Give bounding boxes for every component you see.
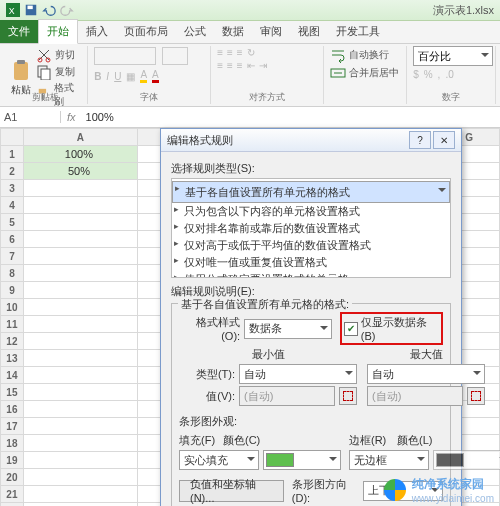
bold-button[interactable]: B <box>94 71 101 82</box>
rule-type-item[interactable]: 只为包含以下内容的单元格设置格式 <box>172 203 450 220</box>
select-all[interactable] <box>1 129 24 146</box>
align-right-icon[interactable]: ≡ <box>237 60 243 71</box>
wrap-text-button[interactable]: 自动换行 <box>330 47 400 63</box>
max-value-input[interactable]: (自动) <box>367 386 463 406</box>
row-header[interactable]: 13 <box>1 350 24 367</box>
cell-A1[interactable]: 100% <box>23 146 137 163</box>
redo-icon[interactable] <box>60 3 74 17</box>
font-size-box[interactable] <box>162 47 188 65</box>
type-label: 类型(T): <box>179 367 235 382</box>
currency-icon[interactable]: $ <box>413 69 419 80</box>
rule-type-item[interactable]: 使用公式确定要设置格式的单元格 <box>172 271 450 278</box>
range-picker-icon[interactable] <box>467 387 485 405</box>
document-title: 演示表1.xlsx <box>433 3 494 18</box>
align-mid-icon[interactable]: ≡ <box>227 47 233 58</box>
percent-icon[interactable]: % <box>424 69 433 80</box>
row-header[interactable]: 8 <box>1 265 24 282</box>
merge-center-button[interactable]: 合并后居中 <box>330 65 400 81</box>
rule-type-item[interactable]: 基于各自值设置所有单元格的格式 <box>172 181 450 203</box>
fx-icon[interactable]: fx <box>61 111 82 123</box>
row-header[interactable]: 16 <box>1 401 24 418</box>
comma-icon[interactable]: , <box>438 69 441 80</box>
row-header[interactable]: 2 <box>1 163 24 180</box>
row-header[interactable]: 21 <box>1 486 24 503</box>
help-button[interactable]: ? <box>409 131 431 149</box>
row-header[interactable]: 18 <box>1 435 24 452</box>
range-picker-icon[interactable] <box>339 387 357 405</box>
min-type-select[interactable]: 自动 <box>239 364 357 384</box>
row-header[interactable]: 17 <box>1 418 24 435</box>
svg-rect-5 <box>17 60 25 64</box>
min-header: 最小值 <box>179 347 357 362</box>
max-type-select[interactable]: 自动 <box>367 364 485 384</box>
row-header[interactable]: 9 <box>1 282 24 299</box>
tab-file[interactable]: 文件 <box>0 20 38 43</box>
row-header[interactable]: 15 <box>1 384 24 401</box>
row-header[interactable]: 6 <box>1 231 24 248</box>
value-label: 值(V): <box>179 389 235 404</box>
formula-value[interactable]: 100% <box>82 111 118 123</box>
select-rule-type-label: 选择规则类型(S): <box>171 161 451 176</box>
bar-direction-label: 条形图方向(D): <box>292 477 359 504</box>
align-bot-icon[interactable]: ≡ <box>237 47 243 58</box>
rule-type-item[interactable]: 仅对唯一值或重复值设置格式 <box>172 254 450 271</box>
tab-formulas[interactable]: 公式 <box>176 20 214 43</box>
tab-layout[interactable]: 页面布局 <box>116 20 176 43</box>
inc-decimal-icon[interactable]: .0 <box>445 69 453 80</box>
align-top-icon[interactable]: ≡ <box>217 47 223 58</box>
cell-A2[interactable]: 50% <box>23 163 137 180</box>
fill-color-swatch <box>266 453 294 467</box>
align-left-icon[interactable]: ≡ <box>217 60 223 71</box>
col-header-A[interactable]: A <box>23 129 137 146</box>
name-box[interactable]: A1 <box>0 111 61 123</box>
row-header[interactable]: 3 <box>1 180 24 197</box>
fill-color-button[interactable]: A <box>140 69 147 83</box>
format-style-select[interactable]: 数据条 <box>244 319 332 339</box>
tab-data[interactable]: 数据 <box>214 20 252 43</box>
show-bar-only-checkbox[interactable]: ✔ <box>344 322 358 336</box>
undo-icon[interactable] <box>42 3 56 17</box>
copy-button[interactable]: 复制 <box>36 64 81 80</box>
rule-type-list[interactable]: 基于各自值设置所有单元格的格式 只为包含以下内容的单元格设置格式 仅对排名靠前或… <box>171 178 451 278</box>
indent-inc-icon[interactable]: ⇥ <box>259 60 267 71</box>
number-group-label: 数字 <box>407 91 495 104</box>
row-header[interactable]: 22 <box>1 503 24 507</box>
rule-type-item[interactable]: 仅对排名靠前或靠后的数值设置格式 <box>172 220 450 237</box>
cut-button[interactable]: 剪切 <box>36 47 81 63</box>
excel-icon: X <box>6 3 20 17</box>
row-header[interactable]: 14 <box>1 367 24 384</box>
font-name-box[interactable] <box>94 47 156 65</box>
row-header[interactable]: 4 <box>1 197 24 214</box>
rule-type-item[interactable]: 仅对高于或低于平均值的数值设置格式 <box>172 237 450 254</box>
tab-home[interactable]: 开始 <box>38 19 78 44</box>
border-button[interactable]: ▦ <box>126 71 135 82</box>
row-header[interactable]: 7 <box>1 248 24 265</box>
row-header[interactable]: 19 <box>1 452 24 469</box>
row-header[interactable]: 5 <box>1 214 24 231</box>
svg-text:X: X <box>9 6 15 16</box>
row-header[interactable]: 20 <box>1 469 24 486</box>
tab-dev[interactable]: 开发工具 <box>328 20 388 43</box>
fill-select[interactable]: 实心填充 <box>179 450 259 470</box>
underline-button[interactable]: U <box>114 71 121 82</box>
align-center-icon[interactable]: ≡ <box>227 60 233 71</box>
save-icon[interactable] <box>24 3 38 17</box>
row-header[interactable]: 1 <box>1 146 24 163</box>
row-header[interactable]: 12 <box>1 333 24 350</box>
border-color-select[interactable] <box>433 450 500 470</box>
row-header[interactable]: 10 <box>1 299 24 316</box>
border-select[interactable]: 无边框 <box>349 450 429 470</box>
row-header[interactable]: 11 <box>1 316 24 333</box>
min-value-input[interactable]: (自动) <box>239 386 335 406</box>
number-format-select[interactable]: 百分比 <box>413 46 493 66</box>
fill-color-select[interactable] <box>263 450 341 470</box>
tab-review[interactable]: 审阅 <box>252 20 290 43</box>
tab-insert[interactable]: 插入 <box>78 20 116 43</box>
negative-axis-button[interactable]: 负值和坐标轴(N)... <box>179 480 284 502</box>
indent-dec-icon[interactable]: ⇤ <box>247 60 255 71</box>
close-button[interactable]: ✕ <box>433 131 455 149</box>
tab-view[interactable]: 视图 <box>290 20 328 43</box>
orientation-icon[interactable]: ↻ <box>247 47 255 58</box>
font-color-button[interactable]: A <box>152 69 159 83</box>
italic-button[interactable]: I <box>106 71 109 82</box>
